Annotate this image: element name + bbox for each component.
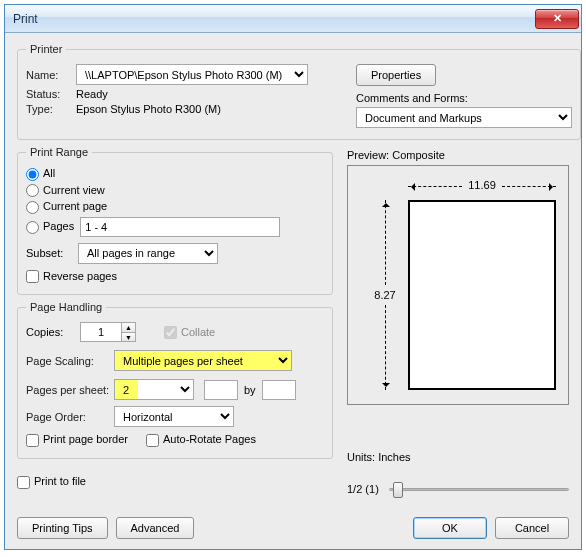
copies-up[interactable]: ▲ [122,323,135,333]
print-range-group: Print Range All Current view Current pag… [17,146,333,295]
pps-rows-input[interactable] [262,380,296,400]
print-page-border-check[interactable]: Print page border [26,433,128,447]
collate-check: Collate [164,326,215,340]
printer-legend: Printer [26,43,66,55]
subset-label: Subset: [26,247,78,259]
name-label: Name: [26,69,76,81]
auto-rotate-check[interactable]: Auto-Rotate Pages [146,433,256,447]
zoom-slider[interactable] [389,479,569,499]
copies-label: Copies: [26,326,80,338]
zoom-value: 1/2 (1) [347,483,379,495]
preview-label: Preview: Composite [347,149,445,161]
pages-input[interactable] [80,217,280,237]
page-handling-group: Page Handling Copies: ▲▼ Collate Page Sc… [17,301,333,459]
printer-name-select[interactable]: \\LAPTOP\Epson Stylus Photo R300 (M) [76,64,308,85]
advanced-button[interactable]: Advanced [116,517,195,539]
pages-per-sheet-select[interactable]: 2 [114,379,194,400]
preview-height: 8.27 [374,285,395,305]
page-order-select[interactable]: Horizontal [114,406,234,427]
pages-per-sheet-label: Pages per sheet: [26,384,114,396]
units-label: Units: Inches [347,451,411,463]
window-title: Print [13,12,535,26]
preview-width: 11.69 [462,179,502,191]
radio-current-view[interactable]: Current view [26,184,105,198]
reverse-pages-check[interactable]: Reverse pages [26,270,117,284]
page-order-label: Page Order: [26,411,114,423]
radio-pages[interactable]: Pages [26,220,74,234]
cancel-button[interactable]: Cancel [495,517,569,539]
radio-all[interactable]: All [26,167,55,181]
copies-spinner[interactable]: ▲▼ [80,322,136,342]
ok-button[interactable]: OK [413,517,487,539]
comments-forms-label: Comments and Forms: [356,92,468,104]
print-range-legend: Print Range [26,146,92,158]
titlebar: Print ✕ [5,5,581,33]
status-label: Status: [26,88,76,100]
close-button[interactable]: ✕ [535,9,579,29]
type-value: Epson Stylus Photo R300 (M) [76,103,221,115]
close-icon: ✕ [553,12,562,25]
copies-down[interactable]: ▼ [122,333,135,342]
properties-button[interactable]: Properties [356,64,436,86]
copies-input[interactable] [81,323,121,341]
preview-box: 11.69 8.27 [347,165,569,405]
page-scaling-label: Page Scaling: [26,355,114,367]
page-handling-legend: Page Handling [26,301,106,313]
pps-by-label: by [244,384,256,396]
radio-current-page[interactable]: Current page [26,200,107,214]
print-to-file-check[interactable]: Print to file [17,475,86,489]
status-value: Ready [76,88,108,100]
page-scaling-select[interactable]: Multiple pages per sheet [114,350,292,371]
type-label: Type: [26,103,76,115]
printing-tips-button[interactable]: Printing Tips [17,517,108,539]
printer-group: Printer Name: \\LAPTOP\Epson Stylus Phot… [17,43,581,140]
pps-cols-input[interactable] [204,380,238,400]
comments-forms-select[interactable]: Document and Markups [356,107,572,128]
subset-select[interactable]: All pages in range [78,243,218,264]
preview-page [408,200,556,390]
